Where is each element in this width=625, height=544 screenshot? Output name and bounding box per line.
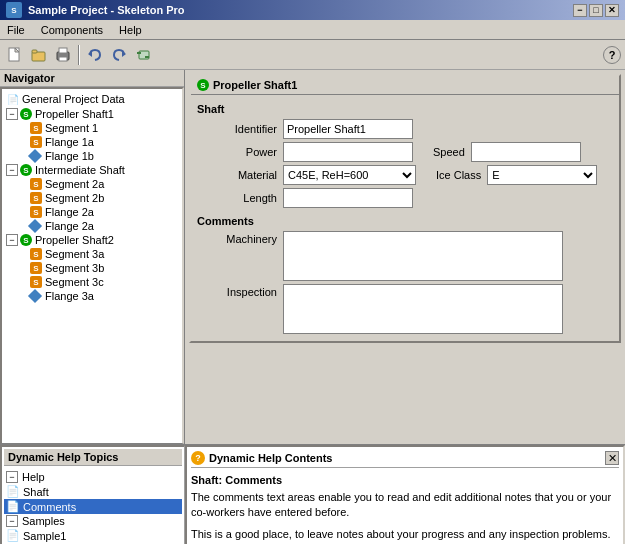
toolbar-refresh[interactable] xyxy=(132,44,154,66)
ice-class-label: Ice Class xyxy=(436,169,481,181)
green-circle-icon-1: S xyxy=(20,108,32,120)
material-label: Material xyxy=(197,169,277,181)
power-input[interactable] xyxy=(283,142,413,162)
window-title: Sample Project - Skeleton Pro xyxy=(28,4,185,16)
green-circle-icon-3: S xyxy=(20,234,32,246)
length-input[interactable] xyxy=(283,188,413,208)
inspection-label: Inspection xyxy=(197,286,277,298)
title-bar-buttons: − □ ✕ xyxy=(573,4,619,17)
tree-item-flange3a[interactable]: Flange 3a xyxy=(4,289,180,303)
material-select[interactable]: C45E, ReH=600 xyxy=(283,165,416,185)
expander-samples[interactable]: − xyxy=(6,515,18,527)
toolbar-redo[interactable] xyxy=(108,44,130,66)
ice-class-select[interactable]: E xyxy=(487,165,597,185)
close-help-button[interactable]: ✕ xyxy=(605,451,619,465)
menu-help[interactable]: Help xyxy=(116,23,145,37)
speed-group: Speed xyxy=(433,142,581,162)
green-circle-icon-2: S xyxy=(20,164,32,176)
dynamic-help-title-row: ? Dynamic Help Contents xyxy=(191,451,332,465)
orange-s-icon-6: S xyxy=(30,248,42,260)
expander-intermediate[interactable]: − xyxy=(6,164,18,176)
speed-label: Speed xyxy=(433,146,465,158)
shaft-panel-title: Propeller Shaft1 xyxy=(213,79,297,91)
tree-item-flange1b[interactable]: Flange 1b xyxy=(4,149,180,163)
orange-s-icon-5: S xyxy=(30,206,42,218)
tree-label-seg2a: Segment 2a xyxy=(45,178,104,190)
help-section-help[interactable]: − Help xyxy=(4,470,182,484)
machinery-textarea[interactable] xyxy=(283,231,563,281)
tree-item-seg2b[interactable]: S Segment 2b xyxy=(4,191,180,205)
length-row: Length xyxy=(197,188,613,208)
identifier-label: Identifier xyxy=(197,123,277,135)
shaft-doc-icon: 📄 xyxy=(6,485,20,498)
toolbar-print[interactable] xyxy=(52,44,74,66)
tree-label-flange1b: Flange 1b xyxy=(45,150,94,162)
title-bar-left: S Sample Project - Skeleton Pro xyxy=(6,2,185,18)
tree-item-seg1[interactable]: S Segment 1 xyxy=(4,121,180,135)
menu-file[interactable]: File xyxy=(4,23,28,37)
shaft-section-title: Shaft xyxy=(197,103,613,115)
close-window-button[interactable]: ✕ xyxy=(605,4,619,17)
help-shaft-label: Shaft xyxy=(23,486,49,498)
tree-item-flange2a2[interactable]: Flange 2a xyxy=(4,219,180,233)
expander-propeller1[interactable]: − xyxy=(6,108,18,120)
toolbar-undo[interactable] xyxy=(84,44,106,66)
identifier-row: Identifier xyxy=(197,119,613,139)
identifier-input[interactable] xyxy=(283,119,413,139)
tree-item-flange1a[interactable]: S Flange 1a xyxy=(4,135,180,149)
help-item-shaft[interactable]: 📄 Shaft xyxy=(4,484,182,499)
dynamic-help-contents-header: ? Dynamic Help Contents ✕ xyxy=(191,451,619,468)
dynamic-help-topics-header: Dynamic Help Topics xyxy=(4,449,182,466)
inspection-textarea[interactable] xyxy=(283,284,563,334)
navigator-panel[interactable]: 📄 General Project Data − S Propeller Sha… xyxy=(0,87,184,444)
orange-s-icon-7: S xyxy=(30,262,42,274)
shaft-panel: S Propeller Shaft1 Shaft Identifier Powe… xyxy=(189,74,621,343)
shaft-panel-icon: S xyxy=(197,79,209,91)
dynamic-help-contents-panel: ? Dynamic Help Contents ✕ Shaft: Comment… xyxy=(185,445,625,544)
tree-label-flange2a2: Flange 2a xyxy=(45,220,94,232)
tree-item-propeller1[interactable]: − S Propeller Shaft1 xyxy=(4,107,180,121)
toolbar-help-button[interactable]: ? xyxy=(603,46,621,64)
svg-rect-5 xyxy=(59,48,67,53)
toolbar-new[interactable] xyxy=(4,44,26,66)
maximize-button[interactable]: □ xyxy=(589,4,603,17)
help-item-sample1[interactable]: 📄 Sample1 xyxy=(4,528,182,543)
toolbar-open[interactable] xyxy=(28,44,50,66)
right-panel: S Propeller Shaft1 Shaft Identifier Powe… xyxy=(185,70,625,444)
tree-label-flange1a: Flange 1a xyxy=(45,136,94,148)
speed-input[interactable] xyxy=(471,142,581,162)
tree-label-seg2b: Segment 2b xyxy=(45,192,104,204)
title-bar: S Sample Project - Skeleton Pro − □ ✕ xyxy=(0,0,625,20)
tree-label-propeller2: Propeller Shaft2 xyxy=(35,234,114,246)
orange-s-icon-2: S xyxy=(30,136,42,148)
left-panel: Navigator 📄 General Project Data − S Pro… xyxy=(0,70,185,444)
blue-diamond-icon-3 xyxy=(28,289,42,303)
toolbar-separator-1 xyxy=(78,45,80,65)
help-section-samples[interactable]: − Samples xyxy=(4,514,182,528)
svg-rect-3 xyxy=(32,50,37,53)
tree-label-general: General Project Data xyxy=(22,93,125,105)
expander-help[interactable]: − xyxy=(6,471,18,483)
machinery-row: Machinery xyxy=(197,231,613,281)
tree-label-propeller1: Propeller Shaft1 xyxy=(35,108,114,120)
tree-item-flange2a1[interactable]: S Flange 2a xyxy=(4,205,180,219)
orange-s-icon-1: S xyxy=(30,122,42,134)
svg-rect-6 xyxy=(59,57,67,61)
tree-item-seg2a[interactable]: S Segment 2a xyxy=(4,177,180,191)
help-content-title: Shaft: Comments xyxy=(191,474,619,486)
material-ice-row: Material C45E, ReH=600 Ice Class E xyxy=(197,165,613,185)
power-speed-row: Power Speed xyxy=(197,142,613,162)
help-item-comments[interactable]: 📄 Comments xyxy=(4,499,182,514)
ice-class-group: Ice Class E xyxy=(436,165,597,185)
tree-item-general[interactable]: 📄 General Project Data xyxy=(4,91,180,107)
menu-components[interactable]: Components xyxy=(38,23,106,37)
tree-item-seg3c[interactable]: S Segment 3c xyxy=(4,275,180,289)
minimize-button[interactable]: − xyxy=(573,4,587,17)
tree-item-seg3b[interactable]: S Segment 3b xyxy=(4,261,180,275)
tree-item-seg3a[interactable]: S Segment 3a xyxy=(4,247,180,261)
tree-item-intermediate[interactable]: − S Intermediate Shaft xyxy=(4,163,180,177)
dynamic-help-topics-panel: Dynamic Help Topics − Help 📄 Shaft 📄 Com… xyxy=(0,445,185,544)
expander-propeller2[interactable]: − xyxy=(6,234,18,246)
tree-item-propeller2[interactable]: − S Propeller Shaft2 xyxy=(4,233,180,247)
orange-s-icon-3: S xyxy=(30,178,42,190)
